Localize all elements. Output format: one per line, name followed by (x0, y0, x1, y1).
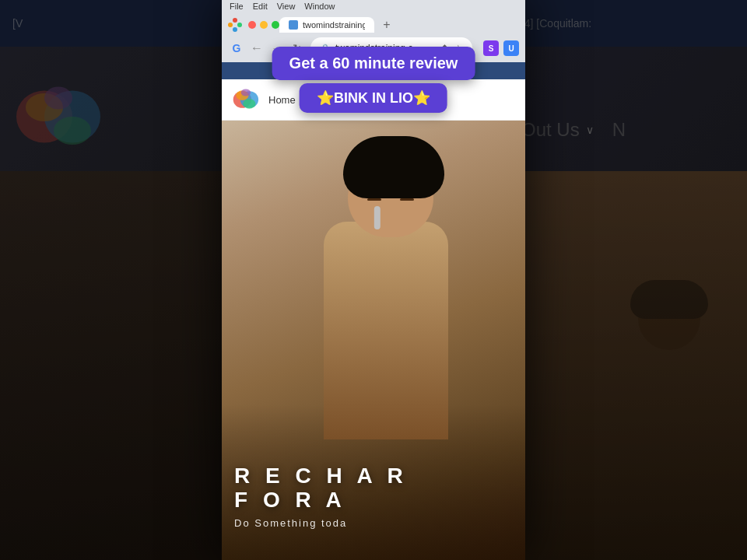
dot-green[interactable] (272, 21, 279, 29)
menu-item-view[interactable]: View (277, 2, 296, 11)
person-eye-left (367, 198, 381, 201)
bg-right-aboutus: Out Us ∨ N (506, 113, 747, 147)
svg-point-9 (241, 89, 251, 96)
bg-left-brain (12, 78, 105, 156)
bg-right-header-text: 34] [Coquitlam: (518, 17, 591, 30)
bg-left-bottom (0, 171, 241, 560)
hero-title-line2: F O R A (234, 488, 513, 513)
hero-section: R E C H A R F O R A Do Something toda (222, 121, 525, 560)
dot-yellow[interactable] (260, 21, 268, 29)
bg-left-header-text: [V (12, 17, 23, 30)
tab-label: twomindstraining.c... (303, 20, 365, 30)
person-hair (343, 136, 444, 198)
dot-red[interactable] (248, 21, 256, 29)
hero-subtitle: Do Something toda (234, 517, 513, 529)
menu-item-window[interactable]: Window (304, 2, 335, 11)
bg-right-panel: 34] [Coquitlam: Out Us ∨ N (506, 0, 747, 560)
back-button[interactable]: G (228, 40, 245, 57)
review-banner: Get a 60 minute review (272, 47, 475, 80)
website-content: [Vancouver: 604-265-7034] [Coquitlam: 60… (222, 62, 525, 560)
nav-back-button[interactable]: ← (248, 40, 265, 57)
menu-item-edit[interactable]: Edit (253, 2, 268, 11)
svg-point-8 (243, 99, 255, 109)
browser-tab-active[interactable]: twomindstraining.c... (279, 17, 374, 33)
overlay-banners: Get a 60 minute review ⭐BINK IN LIO⭐ (272, 47, 475, 113)
browser-menu-bar: File Edit View Window (222, 0, 525, 12)
svg-point-3 (54, 117, 91, 145)
hero-title-line1: R E C H A R (234, 464, 513, 488)
new-tab-button[interactable]: + (377, 16, 396, 34)
svg-point-4 (44, 87, 72, 110)
bg-left-panel: [V (0, 0, 241, 560)
tab-favicon (289, 20, 298, 30)
bg-left-header: [V (0, 0, 241, 47)
bg-right-dropdown-arrow: ∨ (586, 124, 594, 136)
link-banner: ⭐BINK IN LIO⭐ (300, 83, 447, 113)
tab-bar: twomindstraining.c... + (222, 12, 525, 34)
extension-blue[interactable]: U (503, 40, 519, 56)
traffic-lights (248, 21, 279, 29)
person-body (324, 222, 448, 439)
hero-text-overlay: R E C H A R F O R A Do Something toda (234, 464, 513, 529)
bg-right-header: 34] [Coquitlam: (506, 0, 747, 47)
browser-app-icon (228, 18, 242, 32)
site-logo (231, 86, 259, 114)
main-scene: [V 34] [Coquitlam: Out Us ∨ N (0, 0, 747, 560)
site-brain-logo (231, 86, 259, 114)
bg-right-nav-next: N (612, 119, 626, 141)
bg-right-aboutus-text: Out Us (521, 119, 580, 141)
person-earphone (374, 206, 381, 229)
bg-right-person (607, 288, 731, 521)
extension-purple[interactable]: S (483, 40, 499, 56)
person-eye-right (400, 198, 414, 201)
browser-extensions: S U (483, 40, 519, 56)
menu-item-file[interactable]: File (230, 2, 244, 11)
hero-title: R E C H A R F O R A (234, 464, 513, 513)
